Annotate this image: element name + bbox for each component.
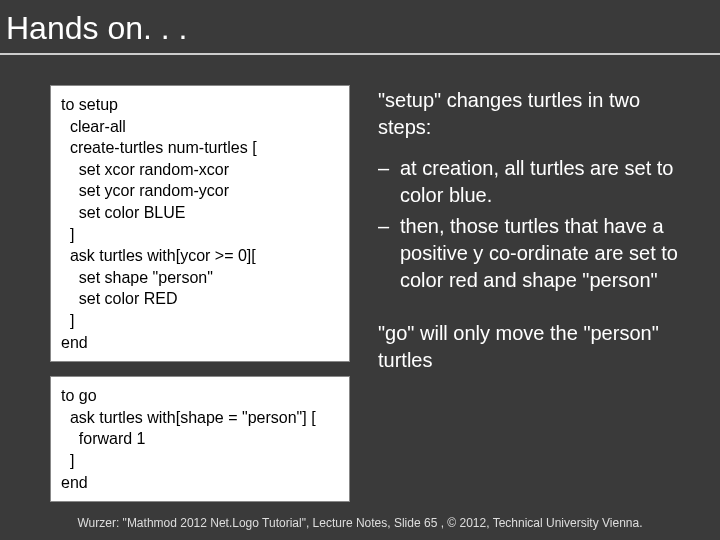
explain-go: "go" will only move the "person" turtles — [378, 320, 692, 374]
explanation-column: "setup" changes turtles in two steps: – … — [378, 85, 692, 502]
slide-title: Hands on. . . — [0, 0, 720, 55]
explain-intro: "setup" changes turtles in two steps: — [378, 87, 692, 141]
code-box-go: to go ask turtles with[shape = "person"]… — [50, 376, 350, 502]
dash-icon: – — [378, 213, 400, 294]
code-box-setup: to setup clear-all create-turtles num-tu… — [50, 85, 350, 362]
slide-content: to setup clear-all create-turtles num-tu… — [0, 55, 720, 502]
bullet-1: – at creation, all turtles are set to co… — [378, 155, 692, 209]
bullet-2-text: then, those turtles that have a positive… — [400, 213, 692, 294]
dash-icon: – — [378, 155, 400, 209]
explain-bullets: – at creation, all turtles are set to co… — [378, 155, 692, 294]
code-column: to setup clear-all create-turtles num-tu… — [50, 85, 350, 502]
slide-footer: Wurzer: "Mathmod 2012 Net.Logo Tutorial"… — [0, 516, 720, 530]
bullet-2: – then, those turtles that have a positi… — [378, 213, 692, 294]
bullet-1-text: at creation, all turtles are set to colo… — [400, 155, 692, 209]
